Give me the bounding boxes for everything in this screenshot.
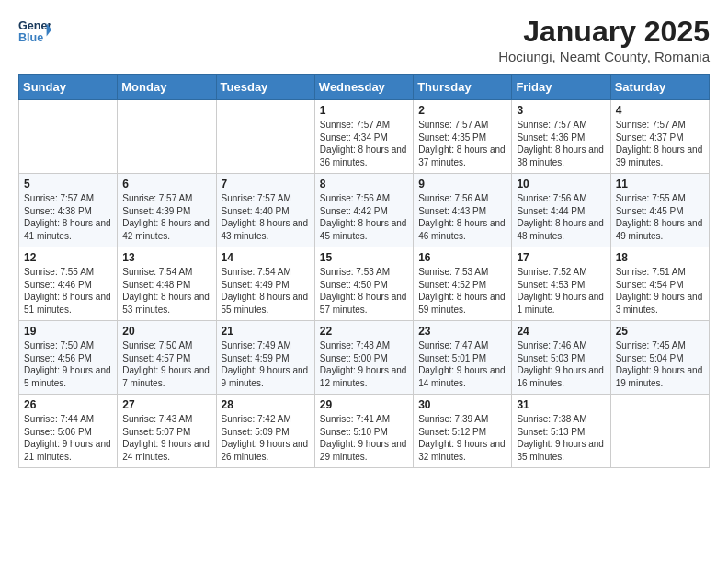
weekday-header-monday: Monday (118, 75, 216, 100)
day-number: 13 (122, 251, 210, 264)
day-number: 29 (320, 398, 408, 411)
cell-content: Sunrise: 7:49 AMSunset: 4:59 PMDaylight:… (222, 339, 310, 389)
day-number: 23 (418, 325, 506, 338)
calendar-cell (216, 100, 314, 174)
calendar-cell: 6Sunrise: 7:57 AMSunset: 4:39 PMDaylight… (118, 174, 216, 247)
day-number: 30 (418, 398, 506, 411)
calendar-cell: 13Sunrise: 7:54 AMSunset: 4:48 PMDayligh… (118, 247, 216, 321)
day-number: 2 (418, 104, 506, 117)
day-number: 18 (616, 251, 704, 264)
weekday-header-tuesday: Tuesday (216, 75, 314, 100)
month-title: January 2025 (498, 15, 710, 49)
cell-content: Sunrise: 7:50 AMSunset: 4:56 PMDaylight:… (24, 339, 112, 389)
cell-content: Sunrise: 7:54 AMSunset: 4:48 PMDaylight:… (122, 266, 210, 316)
calendar-cell: 16Sunrise: 7:53 AMSunset: 4:52 PMDayligh… (414, 247, 512, 321)
week-row-3: 12Sunrise: 7:55 AMSunset: 4:46 PMDayligh… (19, 247, 710, 321)
cell-content: Sunrise: 7:47 AMSunset: 5:01 PMDaylight:… (418, 339, 506, 389)
calendar-cell: 10Sunrise: 7:56 AMSunset: 4:44 PMDayligh… (512, 174, 610, 247)
day-number: 17 (517, 251, 605, 264)
day-number: 10 (517, 178, 605, 190)
cell-content: Sunrise: 7:56 AMSunset: 4:44 PMDaylight:… (517, 192, 605, 242)
week-row-4: 19Sunrise: 7:50 AMSunset: 4:56 PMDayligh… (19, 321, 710, 395)
calendar-cell: 9Sunrise: 7:56 AMSunset: 4:43 PMDaylight… (414, 174, 512, 247)
day-number: 7 (222, 178, 310, 190)
cell-content: Sunrise: 7:51 AMSunset: 4:54 PMDaylight:… (616, 266, 704, 316)
day-number: 8 (320, 178, 408, 190)
cell-content: Sunrise: 7:53 AMSunset: 4:50 PMDaylight:… (320, 266, 408, 316)
calendar-cell: 1Sunrise: 7:57 AMSunset: 4:34 PMDaylight… (314, 100, 413, 174)
week-row-1: 1Sunrise: 7:57 AMSunset: 4:34 PMDaylight… (19, 100, 710, 174)
cell-content: Sunrise: 7:48 AMSunset: 5:00 PMDaylight:… (320, 339, 408, 389)
svg-text:Blue: Blue (18, 31, 43, 44)
calendar-cell: 27Sunrise: 7:43 AMSunset: 5:07 PMDayligh… (118, 395, 216, 468)
cell-content: Sunrise: 7:43 AMSunset: 5:07 PMDaylight:… (122, 413, 210, 463)
calendar-cell: 4Sunrise: 7:57 AMSunset: 4:37 PMDaylight… (610, 100, 709, 174)
day-number: 5 (24, 178, 112, 190)
day-number: 28 (222, 398, 310, 411)
calendar-cell: 14Sunrise: 7:54 AMSunset: 4:49 PMDayligh… (216, 247, 314, 321)
day-number: 21 (222, 325, 310, 338)
page: General Blue January 2025 Hociungi, Neam… (0, 0, 728, 483)
logo-icon: General Blue (18, 15, 51, 48)
logo: General Blue (18, 15, 55, 48)
calendar-cell: 15Sunrise: 7:53 AMSunset: 4:50 PMDayligh… (314, 247, 413, 321)
calendar-cell: 31Sunrise: 7:38 AMSunset: 5:13 PMDayligh… (512, 395, 610, 468)
day-number: 26 (24, 398, 112, 411)
day-number: 6 (122, 178, 210, 190)
day-number: 19 (24, 325, 112, 338)
cell-content: Sunrise: 7:44 AMSunset: 5:06 PMDaylight:… (24, 413, 112, 463)
cell-content: Sunrise: 7:57 AMSunset: 4:38 PMDaylight:… (24, 192, 112, 242)
location-title: Hociungi, Neamt County, Romania (498, 49, 710, 64)
cell-content: Sunrise: 7:57 AMSunset: 4:34 PMDaylight:… (320, 119, 408, 168)
cell-content: Sunrise: 7:56 AMSunset: 4:42 PMDaylight:… (320, 192, 408, 242)
cell-content: Sunrise: 7:38 AMSunset: 5:13 PMDaylight:… (517, 413, 605, 463)
day-number: 27 (122, 398, 210, 411)
calendar-cell: 18Sunrise: 7:51 AMSunset: 4:54 PMDayligh… (610, 247, 709, 321)
cell-content: Sunrise: 7:50 AMSunset: 4:57 PMDaylight:… (122, 339, 210, 389)
cell-content: Sunrise: 7:54 AMSunset: 4:49 PMDaylight:… (222, 266, 310, 316)
calendar-cell: 2Sunrise: 7:57 AMSunset: 4:35 PMDaylight… (414, 100, 512, 174)
cell-content: Sunrise: 7:46 AMSunset: 5:03 PMDaylight:… (517, 339, 605, 389)
cell-content: Sunrise: 7:39 AMSunset: 5:12 PMDaylight:… (418, 413, 506, 463)
day-number: 31 (517, 398, 605, 411)
calendar-cell: 29Sunrise: 7:41 AMSunset: 5:10 PMDayligh… (314, 395, 413, 468)
calendar-cell: 8Sunrise: 7:56 AMSunset: 4:42 PMDaylight… (314, 174, 413, 247)
weekday-header-wednesday: Wednesday (314, 75, 413, 100)
day-number: 25 (616, 325, 704, 338)
calendar-cell: 12Sunrise: 7:55 AMSunset: 4:46 PMDayligh… (19, 247, 118, 321)
calendar-cell: 7Sunrise: 7:57 AMSunset: 4:40 PMDaylight… (216, 174, 314, 247)
cell-content: Sunrise: 7:57 AMSunset: 4:40 PMDaylight:… (222, 192, 310, 242)
calendar-cell: 21Sunrise: 7:49 AMSunset: 4:59 PMDayligh… (216, 321, 314, 395)
calendar-cell: 24Sunrise: 7:46 AMSunset: 5:03 PMDayligh… (512, 321, 610, 395)
header: General Blue January 2025 Hociungi, Neam… (18, 15, 710, 64)
cell-content: Sunrise: 7:56 AMSunset: 4:43 PMDaylight:… (418, 192, 506, 242)
calendar-cell: 25Sunrise: 7:45 AMSunset: 5:04 PMDayligh… (610, 321, 709, 395)
day-number: 9 (418, 178, 506, 190)
title-block: January 2025 Hociungi, Neamt County, Rom… (498, 15, 710, 64)
calendar-cell (19, 100, 118, 174)
calendar-cell: 22Sunrise: 7:48 AMSunset: 5:00 PMDayligh… (314, 321, 413, 395)
calendar-cell: 30Sunrise: 7:39 AMSunset: 5:12 PMDayligh… (414, 395, 512, 468)
weekday-header-friday: Friday (512, 75, 610, 100)
day-number: 20 (122, 325, 210, 338)
day-number: 15 (320, 251, 408, 264)
day-number: 24 (517, 325, 605, 338)
calendar-cell: 28Sunrise: 7:42 AMSunset: 5:09 PMDayligh… (216, 395, 314, 468)
calendar-cell: 3Sunrise: 7:57 AMSunset: 4:36 PMDaylight… (512, 100, 610, 174)
cell-content: Sunrise: 7:55 AMSunset: 4:46 PMDaylight:… (24, 266, 112, 316)
calendar-cell (610, 395, 709, 468)
cell-content: Sunrise: 7:42 AMSunset: 5:09 PMDaylight:… (222, 413, 310, 463)
calendar-cell: 5Sunrise: 7:57 AMSunset: 4:38 PMDaylight… (19, 174, 118, 247)
cell-content: Sunrise: 7:57 AMSunset: 4:39 PMDaylight:… (122, 192, 210, 242)
calendar-cell: 17Sunrise: 7:52 AMSunset: 4:53 PMDayligh… (512, 247, 610, 321)
weekday-header-thursday: Thursday (414, 75, 512, 100)
day-number: 1 (320, 104, 408, 117)
day-number: 16 (418, 251, 506, 264)
calendar-cell: 19Sunrise: 7:50 AMSunset: 4:56 PMDayligh… (19, 321, 118, 395)
week-row-5: 26Sunrise: 7:44 AMSunset: 5:06 PMDayligh… (19, 395, 710, 468)
day-number: 11 (616, 178, 704, 190)
day-number: 12 (24, 251, 112, 264)
day-number: 14 (222, 251, 310, 264)
cell-content: Sunrise: 7:57 AMSunset: 4:37 PMDaylight:… (616, 119, 704, 168)
weekday-header-row: SundayMondayTuesdayWednesdayThursdayFrid… (19, 75, 710, 100)
